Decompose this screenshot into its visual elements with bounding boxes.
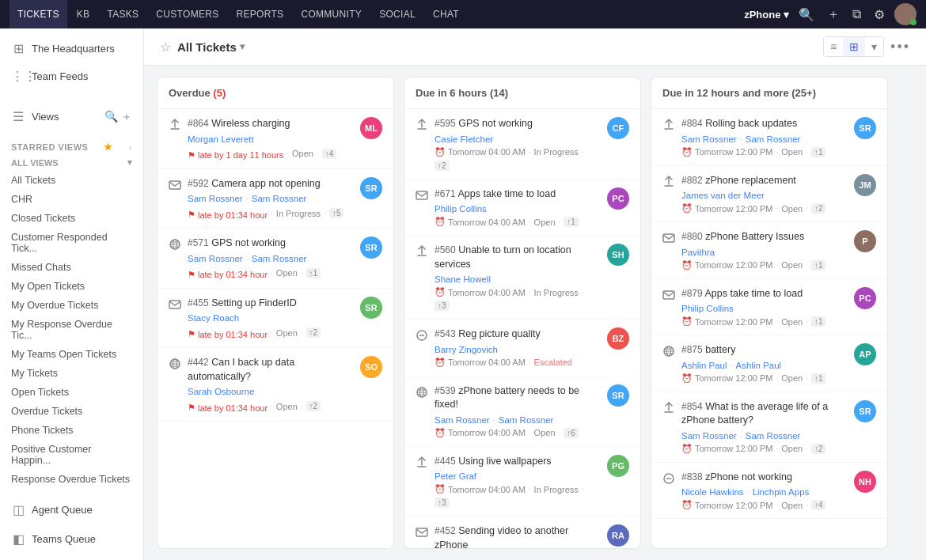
sidebar-view-item[interactable]: Phone Tickets: [0, 421, 143, 440]
ticket-status: In Progress: [534, 147, 579, 157]
nav-reports[interactable]: REPORTS: [229, 0, 292, 28]
sidebar-view-item[interactable]: My Response Overdue Tic...: [0, 315, 143, 345]
nav-social[interactable]: SOCIAL: [371, 0, 423, 28]
sidebar-view-item[interactable]: Positive Customer Happin...: [0, 440, 143, 470]
ticket-badge: ↑6: [564, 428, 579, 438]
favorite-star-icon[interactable]: ☆: [160, 40, 171, 55]
ticket-card[interactable]: #442 Can I back up data automatically?Sa…: [157, 348, 393, 422]
sidebar-view-item[interactable]: Closed Tickets: [0, 209, 143, 228]
kanban-view-btn[interactable]: ⊞: [843, 37, 865, 56]
ticket-card[interactable]: #880 zPhone Battery IssuesPavithra⏰Tomor…: [651, 222, 887, 279]
ticket-badge: ↑5: [329, 208, 344, 218]
ticket-card[interactable]: #592 Camera app not openingSam Rossner·S…: [157, 169, 393, 229]
views-label: Views: [32, 111, 98, 123]
ticket-card[interactable]: #539 zPhone battery needs to be fixed!Sa…: [404, 376, 640, 447]
agent-name[interactable]: Philip Collins: [435, 204, 487, 214]
agent-name[interactable]: Philip Collins: [681, 304, 734, 313]
late-icon: ⚑: [188, 270, 195, 280]
all-views-chevron[interactable]: ▾: [127, 157, 132, 168]
agent-name[interactable]: Casie Fletcher: [435, 134, 493, 144]
sidebar-view-item[interactable]: My Tickets: [0, 364, 143, 383]
sidebar-view-item[interactable]: CHR: [0, 190, 143, 209]
add-icon[interactable]: ＋: [824, 3, 843, 26]
ticket-card[interactable]: #445 Using live wallpapersPeter Graf⏰Tom…: [404, 447, 640, 517]
settings-icon[interactable]: ⚙: [871, 4, 888, 25]
agent-name[interactable]: Sam Rossner: [188, 254, 243, 263]
sidebar-views-header[interactable]: ☰ Views 🔍 ＋: [0, 103, 143, 131]
agent-name[interactable]: James van der Meer: [681, 191, 765, 200]
agent-name[interactable]: Stacy Roach: [188, 313, 239, 323]
agent-name[interactable]: Sam Rossner: [188, 194, 243, 203]
agent-name[interactable]: Sarah Osbourne: [188, 387, 254, 396]
agent-name[interactable]: Sam Rossner: [252, 254, 307, 263]
list-view-btn[interactable]: ≡: [824, 37, 843, 56]
sidebar-view-item[interactable]: Customer Responded Tick...: [0, 228, 143, 258]
ticket-card[interactable]: #455 Setting up FinderIDStacy Roach⚑late…: [157, 289, 393, 349]
ticket-card[interactable]: #884 Rolling back updatesSam Rossner·Sam…: [651, 109, 887, 166]
ticket-badge: ↑1: [811, 260, 826, 271]
ticket-avatar: BZ: [607, 327, 629, 350]
agent-name[interactable]: Sam Rossner: [681, 431, 737, 441]
notification-icon[interactable]: ⧉: [849, 4, 864, 25]
ticket-card[interactable]: #595 GPS not workingCasie Fletcher⏰Tomor…: [404, 109, 640, 180]
clock-icon: ⏰: [435, 358, 446, 368]
sidebar-item-agent-queue[interactable]: ◫ Agent Queue: [0, 495, 143, 524]
page-title[interactable]: All Tickets ▾: [177, 40, 245, 54]
sidebar-item-teams-queue[interactable]: ◧ Teams Queue: [0, 524, 143, 554]
sidebar-item-team-feeds[interactable]: ⋮⋮ Team Feeds: [0, 62, 143, 90]
agent-name[interactable]: Barry Zingovich: [435, 345, 498, 354]
sidebar-view-item[interactable]: All Tickets: [0, 171, 143, 190]
agent-name[interactable]: Morgan Leverett: [188, 134, 254, 144]
agent-name[interactable]: Sam Rossner: [681, 134, 737, 144]
ticket-card[interactable]: #864 Wireless chargingMorgan Leverett⚑la…: [157, 109, 393, 169]
agent-name[interactable]: Sam Rossner: [499, 415, 554, 425]
agent-name[interactable]: Sam Rossner: [746, 134, 801, 144]
ticket-card[interactable]: #543 Reg picture qualityBarry Zingovich⏰…: [404, 320, 640, 376]
ticket-card[interactable]: #560 Unable to turn on location services…: [404, 236, 640, 320]
agent-name[interactable]: Ashlin Paul: [681, 361, 727, 370]
agent-name[interactable]: Peter Graf: [435, 471, 476, 481]
agent-name[interactable]: Sam Rossner: [252, 194, 307, 203]
ticket-badge: ↑1: [811, 316, 826, 327]
sidebar-view-item[interactable]: My Overdue Tickets: [0, 296, 143, 315]
nav-chat[interactable]: CHAT: [425, 0, 467, 28]
views-search-icon[interactable]: 🔍: [104, 110, 118, 124]
user-avatar[interactable]: [894, 3, 917, 25]
agent-name[interactable]: Shane Howell: [435, 274, 491, 284]
sidebar-view-item[interactable]: Missed Chats: [0, 258, 143, 277]
ticket-card[interactable]: #879 Apps take time to loadPhilip Collin…: [651, 279, 887, 336]
agent-name[interactable]: Pavithra: [681, 248, 715, 257]
ticket-card[interactable]: #452 Sending video to another zPhoneRaje…: [404, 516, 640, 548]
nav-kb[interactable]: KB: [69, 0, 98, 28]
views-add-icon[interactable]: ＋: [121, 110, 132, 124]
agent-name[interactable]: Linchpin Apps: [753, 487, 810, 497]
agent-name[interactable]: Sam Rossner: [435, 415, 490, 425]
nav-community[interactable]: COMMUNITY: [293, 0, 370, 28]
sidebar-view-item[interactable]: My Teams Open Tickets: [0, 345, 143, 364]
nav-tickets[interactable]: TICKETS: [9, 0, 67, 28]
ticket-id: #884: [681, 118, 703, 129]
agent-name[interactable]: Ashlin Paul: [736, 361, 782, 370]
ticket-card[interactable]: #875 batteryAshlin Paul·Ashlin Paul⏰Tomo…: [651, 335, 887, 392]
nav-tasks[interactable]: TASKS: [99, 0, 146, 28]
sidebar-view-item[interactable]: Open Tickets: [0, 383, 143, 402]
sidebar-view-item[interactable]: Overdue Tickets: [0, 402, 143, 421]
brand-name[interactable]: zPhone ▾: [744, 9, 789, 21]
ticket-card[interactable]: #671 Apps take time to loadPhilip Collin…: [404, 180, 640, 236]
ticket-card[interactable]: #571 GPS not workingSam Rossner·Sam Ross…: [157, 229, 393, 289]
sidebar-item-tags[interactable]: ⬡ Tags: [0, 554, 143, 560]
sidebar-view-item[interactable]: My Open Tickets: [0, 277, 143, 296]
nav-customers[interactable]: CUSTOMERS: [148, 0, 226, 28]
ticket-card[interactable]: #838 zPhone not workingNicole Hawkins·Li…: [651, 463, 887, 520]
view-options-btn[interactable]: ▾: [865, 37, 883, 56]
ticket-card[interactable]: #882 zPhone replacementJames van der Mee…: [651, 166, 887, 223]
ticket-badge: ↑1: [564, 217, 579, 227]
top-nav: TICKETS KB TASKS CUSTOMERS REPORTS COMMU…: [0, 0, 926, 28]
sidebar-view-item[interactable]: Response Overdue Tickets: [0, 470, 143, 489]
search-icon[interactable]: 🔍: [795, 4, 818, 25]
ticket-card[interactable]: #854 What is the average life of a zPhon…: [651, 392, 887, 463]
agent-name[interactable]: Sam Rossner: [746, 431, 801, 441]
more-options-btn[interactable]: •••: [890, 39, 910, 55]
sidebar-item-headquarters[interactable]: ⊞ The Headquarters: [0, 35, 143, 62]
agent-name[interactable]: Nicole Hawkins: [681, 487, 744, 497]
